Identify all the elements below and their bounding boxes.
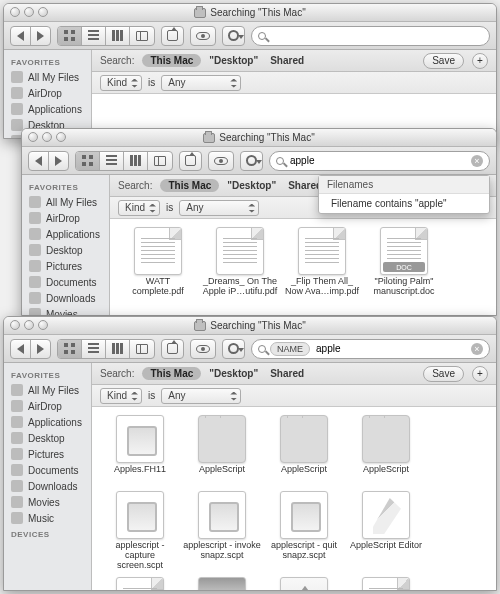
file-item[interactable]: WEBAppletell reviews bbox=[346, 577, 426, 590]
sidebar-item-all-my-files[interactable]: All My Files bbox=[4, 382, 91, 398]
sidebar-item-applications[interactable]: Applications bbox=[4, 414, 91, 430]
file-item[interactable]: Applet Launcher bbox=[264, 577, 344, 590]
nav-back-forward[interactable] bbox=[10, 339, 51, 359]
clear-search-icon[interactable]: × bbox=[471, 343, 483, 355]
sidebar-item-music[interactable]: Music bbox=[4, 510, 91, 526]
file-item[interactable]: Apples.FH11 bbox=[100, 415, 180, 485]
search-input[interactable] bbox=[288, 154, 471, 167]
criteria-attribute[interactable]: Kind bbox=[100, 75, 142, 91]
coverflow-view-icon[interactable] bbox=[136, 31, 148, 41]
column-view-icon[interactable] bbox=[112, 30, 123, 41]
file-item[interactable]: AppleScript bbox=[182, 415, 262, 485]
back-icon[interactable] bbox=[35, 156, 42, 166]
sidebar-item-desktop[interactable]: Desktop bbox=[4, 430, 91, 446]
file-item[interactable]: applescript - quit snapz.scpt bbox=[264, 491, 344, 571]
traffic-lights[interactable] bbox=[10, 7, 48, 17]
search-token-name[interactable]: NAME bbox=[270, 342, 310, 356]
file-item[interactable]: AppleScript Editor bbox=[346, 491, 426, 571]
file-item[interactable]: applescript - invoke snapz.scpt bbox=[182, 491, 262, 571]
action-button[interactable] bbox=[222, 26, 245, 46]
file-item[interactable]: AppleScript bbox=[346, 415, 426, 485]
sidebar-item-airdrop[interactable]: AirDrop bbox=[4, 85, 91, 101]
sidebar-item-desktop[interactable]: Desktop bbox=[22, 242, 109, 258]
sidebar-item-all-my-files[interactable]: All My Files bbox=[22, 194, 109, 210]
back-icon[interactable] bbox=[17, 31, 24, 41]
scope-desktop[interactable]: "Desktop" bbox=[205, 367, 262, 380]
nav-back-forward[interactable] bbox=[28, 151, 69, 171]
icon-view-icon bbox=[82, 155, 93, 166]
scope-this-mac[interactable]: This Mac bbox=[142, 54, 201, 67]
search-input[interactable] bbox=[314, 342, 471, 355]
quicklook-button[interactable] bbox=[208, 151, 234, 171]
criteria-value[interactable]: Any bbox=[179, 200, 259, 216]
icon-view-icon[interactable] bbox=[64, 30, 75, 41]
search-input[interactable] bbox=[270, 29, 483, 42]
sidebar-item-applications[interactable]: Applications bbox=[4, 101, 91, 117]
suggestion-row[interactable]: Filename contains "apple" bbox=[319, 194, 489, 213]
traffic-lights[interactable] bbox=[28, 132, 66, 142]
action-button[interactable] bbox=[222, 339, 245, 359]
scope-this-mac[interactable]: This Mac bbox=[160, 179, 219, 192]
sidebar-item-documents[interactable]: Documents bbox=[22, 274, 109, 290]
file-item[interactable]: AppleScript bbox=[264, 415, 344, 485]
zoom-icon[interactable] bbox=[38, 7, 48, 17]
file-item[interactable]: _Flip Them All_ Now Ava…imp.pdf bbox=[282, 227, 362, 297]
criteria-attribute[interactable]: Kind bbox=[118, 200, 160, 216]
sidebar-item-downloads[interactable]: Downloads bbox=[4, 478, 91, 494]
search-icon bbox=[258, 32, 266, 40]
close-icon[interactable] bbox=[10, 7, 20, 17]
file-item[interactable]: Appleserver.jpeg bbox=[182, 577, 262, 590]
file-item[interactable]: applescript - capture screen.scpt bbox=[100, 491, 180, 571]
clear-search-icon[interactable]: × bbox=[471, 155, 483, 167]
criteria-value[interactable]: Any bbox=[161, 388, 241, 404]
sidebar-item-movies[interactable]: Movies bbox=[4, 494, 91, 510]
sidebar-item-all-my-files[interactable]: All My Files bbox=[4, 69, 91, 85]
nav-back-forward[interactable] bbox=[10, 26, 51, 46]
sidebar-item-airdrop[interactable]: AirDrop bbox=[4, 398, 91, 414]
forward-icon[interactable] bbox=[37, 31, 44, 41]
file-item[interactable]: WATT complete.pdf bbox=[118, 227, 198, 297]
share-button[interactable] bbox=[179, 151, 202, 171]
action-button[interactable] bbox=[240, 151, 263, 171]
toolbar: × bbox=[22, 147, 496, 175]
quicklook-button[interactable] bbox=[190, 339, 216, 359]
scope-desktop[interactable]: "Desktop" bbox=[223, 179, 280, 192]
quicklook-button[interactable] bbox=[190, 26, 216, 46]
add-criteria-button[interactable]: + bbox=[472, 53, 488, 69]
scope-shared[interactable]: Shared bbox=[266, 54, 308, 67]
file-item[interactable]: DOC"Piloting Palm" manuscript.doc bbox=[364, 227, 444, 297]
scope-this-mac[interactable]: This Mac bbox=[142, 367, 201, 380]
file-item[interactable]: _Dreams_ On The Apple iP…utifu.pdf bbox=[200, 227, 280, 297]
search-field[interactable]: × bbox=[269, 151, 490, 171]
titlebar[interactable]: Searching "This Mac" bbox=[4, 4, 496, 22]
traffic-lights[interactable] bbox=[10, 320, 48, 330]
sidebar-item-documents[interactable]: Documents bbox=[4, 462, 91, 478]
list-view-icon bbox=[88, 343, 99, 354]
save-button[interactable]: Save bbox=[423, 53, 464, 69]
list-view-icon[interactable] bbox=[88, 30, 99, 41]
titlebar[interactable]: Searching "This Mac" bbox=[22, 129, 496, 147]
criteria-value[interactable]: Any bbox=[161, 75, 241, 91]
sidebar-item-applications[interactable]: Applications bbox=[22, 226, 109, 242]
criteria-attribute[interactable]: Kind bbox=[100, 388, 142, 404]
share-button[interactable] bbox=[161, 26, 184, 46]
sidebar-item-airdrop[interactable]: AirDrop bbox=[22, 210, 109, 226]
sidebar-item-downloads[interactable]: Downloads bbox=[22, 290, 109, 306]
sidebar-item-pictures[interactable]: Pictures bbox=[22, 258, 109, 274]
scope-shared[interactable]: Shared bbox=[266, 367, 308, 380]
forward-icon[interactable] bbox=[55, 156, 62, 166]
view-mode[interactable] bbox=[57, 26, 155, 46]
view-mode[interactable] bbox=[57, 339, 155, 359]
sidebar-item-pictures[interactable]: Pictures bbox=[4, 446, 91, 462]
view-mode[interactable] bbox=[75, 151, 173, 171]
minimize-icon[interactable] bbox=[24, 7, 34, 17]
file-item[interactable]: HTMAppleScript_ReadM bbox=[100, 577, 180, 590]
share-button[interactable] bbox=[161, 339, 184, 359]
search-field[interactable]: NAME × bbox=[251, 339, 490, 359]
save-button[interactable]: Save bbox=[423, 366, 464, 382]
add-criteria-button[interactable]: + bbox=[472, 366, 488, 382]
titlebar[interactable]: Searching "This Mac" bbox=[4, 317, 496, 335]
scope-desktop[interactable]: "Desktop" bbox=[205, 54, 262, 67]
sidebar-item-movies[interactable]: Movies bbox=[22, 306, 109, 315]
search-field[interactable] bbox=[251, 26, 490, 46]
